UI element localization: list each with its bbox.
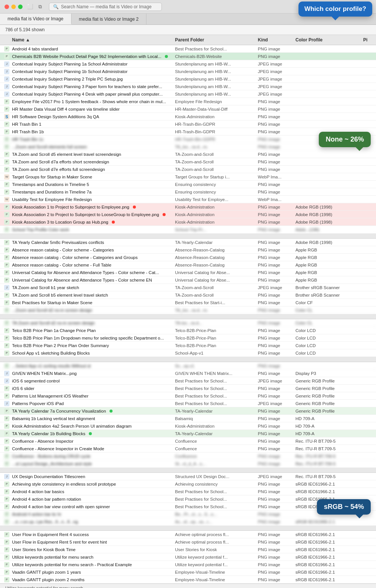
split-view-icon[interactable]: ⧉ bbox=[37, 4, 43, 10]
table-row[interactable]: PUtilize keywords potential for menu sea… bbox=[0, 561, 376, 568]
table-row[interactable]: JContextual Inquiry Subject Planning 2 T… bbox=[0, 75, 376, 83]
col-parent[interactable]: Parent Folder bbox=[174, 37, 256, 43]
table-row[interactable]: PAbsence reason catalog - Color scheme -… bbox=[0, 261, 376, 269]
fullscreen-button[interactable] bbox=[18, 5, 23, 9]
color-profile: HD 709-A bbox=[294, 416, 362, 421]
table-row[interactable]: PUser Stories for Kiosk Book TimeUser St… bbox=[0, 546, 376, 553]
table-row[interactable]: P...Zoom and Scroll d2 no-in screen desi… bbox=[0, 306, 376, 314]
table-row[interactable]: P...e..r.on.up..l.pe.Res...fi...n...fl..… bbox=[0, 518, 376, 526]
table-row[interactable]: PAndroid 4 action bar basicsBest Practis… bbox=[0, 488, 376, 495]
minimize-button[interactable] bbox=[11, 5, 16, 9]
table-row[interactable]: PTelco B2B Price Plan 2 Price Plan Order… bbox=[0, 342, 376, 349]
table-row[interactable]: PUniversal Catalog for Absence and Atten… bbox=[0, 269, 376, 276]
color-profile bbox=[294, 366, 362, 366]
file-kind: PNG image bbox=[256, 212, 294, 217]
parent-folder: TA-Yearly-Calendar bbox=[174, 408, 256, 414]
table-row[interactable]: PAbsence reason catalog - Color scheme -… bbox=[0, 254, 376, 261]
table-row[interactable]: JGIVEN WHEN THEN Matrix...pngGIVEN WHEN … bbox=[0, 370, 376, 377]
table-row[interactable]: PTA Yearly Calendar 1b Building Blocks T… bbox=[0, 430, 376, 437]
file-kind: PNG image bbox=[256, 46, 294, 52]
titlebar-icons: ⬜ ⧉ bbox=[27, 4, 43, 10]
table-row[interactable]: PTelco B2B Price Plan 1m Dropdown menu f… bbox=[0, 334, 376, 342]
table-row[interactable]: PAchieving style consistency in endless … bbox=[0, 480, 376, 488]
table-row[interactable]: PTelco B2B Price Plan 1a Change Price Pl… bbox=[0, 327, 376, 334]
table-row[interactable]: PKiosk Association 1 to Project to Subpr… bbox=[0, 203, 376, 211]
tab-1[interactable]: media flat is Video or Image bbox=[0, 14, 72, 24]
extra-col bbox=[362, 265, 373, 265]
table-row[interactable]: PSchool Trip Profile Color workSchool-Tr… bbox=[0, 226, 376, 233]
table-row[interactable]: PTimestamps and Durations in Timeline 5E… bbox=[0, 181, 376, 188]
table-row[interactable]: PTA Zoom and Scroll d7e efforts full scr… bbox=[0, 166, 376, 173]
table-row[interactable]: PVaadin GANTT plugin zoom 1 yearsEmploye… bbox=[0, 568, 376, 576]
table-row[interactable]: JUX Design Documentation TitlescreenStru… bbox=[0, 473, 376, 480]
file-type-icon: P bbox=[3, 189, 11, 195]
table-row[interactable]: PTA Zoom and Scroll d7a efforts short sc… bbox=[0, 158, 376, 166]
table-row[interactable]: JPatterns Popover iOS iPadBest Practises… bbox=[0, 400, 376, 407]
table-row[interactable]: PAbsence reason catalog - Color scheme -… bbox=[0, 246, 376, 254]
table-row[interactable]: JContextual Inquiry Subject Planning 4 D… bbox=[0, 90, 376, 98]
table-row[interactable]: PSchool App v1 sketching Building Blocks… bbox=[0, 349, 376, 357]
table-row[interactable]: JContextual Inquiry Subject Planning 1a … bbox=[0, 60, 376, 68]
table-row[interactable]: PKiosk Administration 4a2 Search Person … bbox=[0, 422, 376, 430]
table-row[interactable]: PPatterns List Management iOS WeatherBes… bbox=[0, 392, 376, 400]
table-row[interactable]: PUser Flow in Equipment Rent 5 rent for … bbox=[0, 538, 376, 546]
table-row[interactable]: PUser Flow in Equipment Rent 4 successAc… bbox=[0, 531, 376, 538]
table-row[interactable]: PConfluence - Buttons during CRUD cycleC… bbox=[0, 452, 376, 460]
sidebar-toggle-icon[interactable]: ⬜ bbox=[27, 4, 33, 10]
table-row[interactable]: P...st Layout Design_Architecture and st… bbox=[0, 460, 376, 468]
search-bar[interactable]: 🔍 Search Name — media flat is Video or I… bbox=[49, 3, 162, 11]
col-name[interactable]: Name ▲ bbox=[11, 37, 174, 43]
table-row[interactable]: PUniversal Catalog for Absence and Atten… bbox=[0, 276, 376, 284]
table-row[interactable]: PConfluence - Absence InspectorConfluenc… bbox=[0, 437, 376, 445]
table-row[interactable]: JContextual Inquiry Subject Planning 3 P… bbox=[0, 83, 376, 90]
table-row[interactable]: PUtilize keywords potential for menu sea… bbox=[0, 553, 376, 561]
file-type-icon: P bbox=[3, 393, 11, 399]
table-row[interactable]: PTA Zoom and Scroll b5 element level tra… bbox=[0, 291, 376, 299]
parent-folder: Best Practises for School... bbox=[174, 497, 256, 502]
table-row[interactable]: PHR Master Data Visual Diff 4 compare vi… bbox=[0, 105, 376, 113]
table-row[interactable]: PConfluence - Absence Inspector in Creat… bbox=[0, 445, 376, 452]
table-row[interactable]: PTA Yearly Calendar 7a Concurrency Visua… bbox=[0, 407, 376, 415]
file-kind: PNG image bbox=[256, 512, 294, 517]
file-kind: JPEG image bbox=[256, 91, 294, 97]
table-row[interactable]: PBest Practises for Startup in Maker Sce… bbox=[0, 299, 376, 306]
table-row[interactable]: JiOS 6 segmented controlBest Practises f… bbox=[0, 377, 376, 385]
table-row[interactable]: PKiosk Association 2 to Project to Subpr… bbox=[0, 211, 376, 218]
file-kind: PNG image bbox=[256, 240, 294, 245]
file-kind: WebP Ima... bbox=[256, 174, 294, 180]
table-row[interactable]: PVaadin GANTT plugin zoom 2 monthsEmploy… bbox=[0, 576, 376, 583]
col-kind[interactable]: Kind bbox=[256, 37, 294, 43]
table-row[interactable]: PTimestamps and Durations in Timeline 7a… bbox=[0, 188, 376, 196]
table-row[interactable]: P...Select App v1 sorting results Withou… bbox=[0, 362, 376, 370]
close-button[interactable] bbox=[5, 5, 9, 9]
file-name: iOS 6 segmented control bbox=[11, 378, 174, 384]
file-type-icon: P bbox=[3, 270, 11, 275]
col-profile[interactable]: Color Profile bbox=[294, 37, 362, 43]
table-row[interactable]: PTA Zoom and Scroll d5 element level tra… bbox=[0, 151, 376, 158]
table-row[interactable]: PTA Yearly Calendar 5m8c Previsualizes c… bbox=[0, 239, 376, 246]
table-row[interactable]: PAndroid 4 tabs standardBest Practises f… bbox=[0, 45, 376, 53]
table-row[interactable]: PChemicals B2B Website Product Detail Pa… bbox=[0, 53, 376, 60]
file-name: Vaadin GANTT plugin zoom 1 years bbox=[11, 570, 174, 575]
file-kind: PNG image bbox=[256, 363, 294, 369]
table-row[interactable]: SHR Software Design System Additions 3q … bbox=[0, 113, 376, 120]
color-profile: Color LCD bbox=[294, 328, 362, 333]
parent-folder: TA-loc...ra-d... bbox=[174, 320, 256, 326]
table-row[interactable]: WTarget Groups for Startup in Maker Scen… bbox=[0, 173, 376, 181]
file-name: Confluence - Absence Inspector bbox=[11, 439, 174, 444]
table-row[interactable]: PBalsamiq 1b Lacking vertical text align… bbox=[0, 415, 376, 422]
parent-folder: Telco-B2B-Price-Plan bbox=[174, 335, 256, 341]
table-row[interactable]: JTA Zoom and Scroll b1 year sketchTA-Zoo… bbox=[0, 284, 376, 291]
extra-col bbox=[362, 521, 373, 522]
table-row[interactable]: PEmployee File v2017 Pro 1 System feedba… bbox=[0, 98, 376, 105]
file-kind: PNG image bbox=[256, 99, 294, 104]
table-row[interactable]: WUsability Test for Employee File Redesi… bbox=[0, 196, 376, 203]
table-row[interactable]: PKiosk Association 3 to Location Group a… bbox=[0, 218, 376, 226]
tab-2[interactable]: media flat is Video or Image 2 bbox=[72, 14, 147, 24]
file-kind: PNG image bbox=[256, 461, 294, 466]
table-row[interactable]: PTA Zoom and Scroll d2 no-in screen desi… bbox=[0, 319, 376, 327]
table-row[interactable]: PiOS 6 sliderBest Practises for School..… bbox=[0, 385, 376, 392]
table-row[interactable]: JContextual Inquiry Subject Planning 1b … bbox=[0, 68, 376, 75]
file-name: Achieving style consistency in endless s… bbox=[11, 481, 174, 487]
table-row[interactable]: PHR Trash Bin 1HR-Trash-Bin-GDPRPNG imag… bbox=[0, 120, 376, 128]
